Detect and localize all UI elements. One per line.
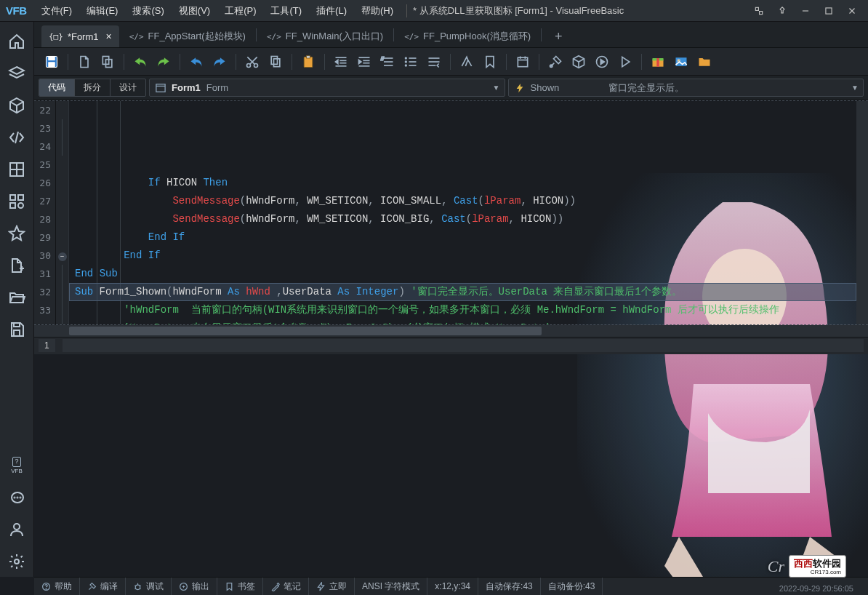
subtab-code[interactable]: 代码	[39, 79, 75, 96]
close-button[interactable]	[840, 0, 864, 22]
menu-edit[interactable]: 编辑(E)	[79, 0, 125, 22]
main-menu: 文件(F) 编辑(E) 搜索(S) 视图(V) 工程(P) 工具(T) 插件(L…	[34, 0, 401, 22]
sb-note[interactable]: 笔记	[263, 578, 309, 595]
tab-winmain[interactable]: </> FF_WinMain(入口出口)	[260, 25, 390, 47]
sb-encoding[interactable]: ANSI 字符模式	[355, 578, 427, 595]
svg-rect-68	[156, 84, 165, 92]
source-icon[interactable]	[1, 122, 33, 153]
build-button[interactable]	[544, 50, 567, 73]
minimize-button[interactable]	[794, 0, 817, 22]
subtab-design[interactable]: 设计	[110, 79, 145, 96]
sb-autosave: 自动保存:43	[478, 578, 541, 595]
apps-icon[interactable]	[1, 186, 33, 217]
sb-output[interactable]: 输出	[172, 578, 217, 595]
folder-button[interactable]	[693, 50, 716, 73]
object-selector[interactable]: Form1 Form ▼	[149, 79, 505, 97]
save-icon[interactable]	[1, 314, 33, 345]
sb-bookmark[interactable]: 书签	[217, 578, 263, 595]
menu-help[interactable]: 帮助(H)	[354, 0, 401, 22]
save-button[interactable]	[40, 50, 63, 73]
svg-rect-13	[18, 195, 23, 200]
home-icon[interactable]	[1, 26, 33, 57]
run-button[interactable]	[590, 50, 614, 73]
nav-forward-button[interactable]	[208, 50, 231, 73]
vertical-scrollbar[interactable]	[856, 101, 868, 324]
sb-help[interactable]: 帮助	[34, 578, 80, 595]
code-line[interactable]: SendMessage(hWndForm, WM_SETICON, ICON_S…	[69, 192, 856, 210]
tab-appstart[interactable]: </> FF_AppStart(起始模块)	[122, 25, 253, 47]
tab-add-button[interactable]: +	[544, 25, 573, 47]
debug-button[interactable]	[614, 50, 637, 73]
sb-debug[interactable]: 调试	[126, 578, 172, 595]
open-folder-icon[interactable]	[1, 282, 33, 313]
fold-gutter[interactable]: −−	[56, 101, 69, 324]
build-cube-button[interactable]	[567, 50, 590, 73]
undo-button[interactable]	[129, 50, 152, 73]
chat-icon[interactable]	[1, 482, 33, 513]
menu-view[interactable]: 视图(V)	[172, 0, 217, 22]
code-line[interactable]: If HICON Then	[69, 174, 856, 192]
tab-pumphook[interactable]: </> FF_PumpHook(消息循环)	[397, 25, 538, 47]
pin-window-icon[interactable]	[771, 0, 794, 22]
plus-icon: +	[552, 29, 566, 44]
edit-copy-button[interactable]	[264, 50, 287, 73]
sb-immediate[interactable]: 立即	[309, 578, 355, 595]
watermark-timestamp: 2022-09-29 20:56:05	[779, 584, 853, 593]
goto-button[interactable]	[455, 50, 478, 73]
subtab-split[interactable]: 拆分	[75, 79, 110, 96]
edit-cut-button[interactable]	[241, 50, 264, 73]
tab-label: FF_WinMain(入口出口)	[286, 30, 383, 43]
separator	[406, 4, 407, 17]
toggle-line-button[interactable]	[422, 50, 446, 73]
code-line[interactable]: End Sub	[69, 265, 856, 283]
insert-date-button[interactable]	[511, 50, 534, 73]
horizontal-scrollbar[interactable]	[34, 325, 868, 337]
maximize-button[interactable]	[817, 0, 840, 22]
code-line[interactable]: 'hWndForm 当前窗口的句柄(WIN系统用来识别窗口的一个编号，如果多开本…	[69, 301, 856, 319]
mini-slot-1[interactable]: 1	[39, 339, 55, 352]
cut-button[interactable]	[73, 50, 96, 73]
vfb-help-icon[interactable]: ?VFB	[1, 450, 33, 481]
grid-icon[interactable]	[1, 154, 33, 185]
nav-back-button[interactable]	[185, 50, 208, 73]
sb-cursor: x:12,y:34	[427, 578, 478, 595]
menu-plugins[interactable]: 插件(L)	[309, 0, 354, 22]
scrollbar-thumb[interactable]	[69, 327, 542, 335]
sb-compile[interactable]: 编译	[80, 578, 126, 595]
menu-tools[interactable]: 工具(T)	[263, 0, 309, 22]
svg-rect-57	[518, 57, 527, 67]
code-line[interactable]: End If	[69, 228, 856, 247]
image-button[interactable]	[670, 50, 693, 73]
bookmark-button[interactable]	[478, 50, 502, 73]
menu-file[interactable]: 文件(F)	[34, 0, 80, 22]
code-area[interactable]: If HICON Then SendMessage(hWndForm, WM_S…	[69, 101, 856, 324]
document-tabs: {□} *Form1 × </> FF_AppStart(起始模块) </> F…	[34, 22, 868, 48]
settings-icon[interactable]	[1, 546, 33, 577]
compact-mode-icon[interactable]	[747, 0, 771, 22]
paste-button[interactable]	[297, 50, 320, 73]
chevron-down-icon: ▼	[493, 84, 500, 92]
comment-button[interactable]: //	[376, 50, 399, 73]
indent-left-button[interactable]	[329, 50, 353, 73]
box-icon[interactable]	[1, 90, 33, 121]
package-button[interactable]	[646, 50, 670, 73]
star-icon[interactable]	[1, 218, 33, 249]
account-icon[interactable]	[1, 514, 33, 545]
menu-search[interactable]: 搜索(S)	[125, 0, 171, 22]
tab-form1[interactable]: {□} *Form1 ×	[41, 25, 119, 47]
new-file-icon[interactable]	[1, 250, 33, 281]
menu-project[interactable]: 工程(P)	[217, 0, 263, 22]
code-editor[interactable]: 2223242526272829303132333435363738394041…	[34, 100, 868, 325]
redo-button[interactable]	[152, 50, 175, 73]
mini-input[interactable]	[63, 339, 864, 352]
copy-button[interactable]	[96, 50, 119, 73]
layers-icon[interactable]	[1, 58, 33, 89]
code-line[interactable]: Sub Form1_Shown(hWndForm As hWnd ,UserDa…	[69, 283, 856, 301]
list-button[interactable]	[399, 50, 422, 73]
indent-right-button[interactable]	[353, 50, 376, 73]
event-selector[interactable]: Shown 窗口完全显示后。 ▼	[508, 79, 864, 97]
code-line[interactable]: SendMessage(hWndForm, WM_SETICON, ICON_B…	[69, 210, 856, 228]
tab-close-icon[interactable]: ×	[106, 31, 112, 42]
code-line[interactable]: 'UserData 来自显示窗口最后1个参数，例： Form2.Show(父窗口…	[69, 319, 856, 324]
code-line[interactable]: End If	[69, 247, 856, 265]
